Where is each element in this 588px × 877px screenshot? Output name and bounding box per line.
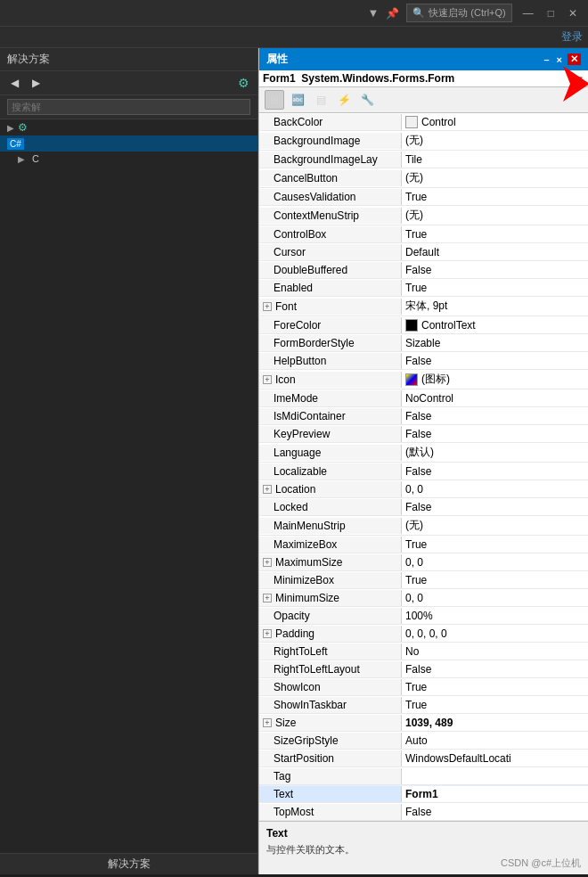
prop-row-helpbutton[interactable]: HelpButton False [259,352,588,370]
minimumsize-expand-icon[interactable]: + [263,594,272,602]
location-expand-icon[interactable]: + [263,485,272,494]
size-expand-icon[interactable]: + [263,718,272,727]
prop-row-controlbox[interactable]: ControlBox True [259,225,588,243]
minimize-icon[interactable]: — [519,7,537,20]
close-icon[interactable]: ✕ [565,7,581,20]
prop-row-backgroundimage[interactable]: BackgroundImage (无) [259,131,588,151]
prop-row-minimumsize[interactable]: + MinimumSize 0, 0 [259,589,588,607]
prop-row-tag[interactable]: Tag [259,767,588,785]
login-button[interactable]: 登录 [561,29,583,45]
icon-swatch [405,373,418,386]
prop-row-size[interactable]: + Size 1039, 489 [259,714,588,732]
prop-row-padding[interactable]: + Padding 0, 0, 0, 0 [259,625,588,643]
prop-row-startposition[interactable]: StartPosition WindowsDefaultLocati [259,750,588,767]
prop-value-size: 1039, 489 [402,715,588,731]
prop-row-icon[interactable]: + Icon (图标) [259,370,588,389]
prop-row-cancelbutton[interactable]: CancelButton (无) [259,168,588,188]
svg-marker-0 [563,66,588,102]
prop-row-localizable[interactable]: Localizable False [259,463,588,480]
prop-row-backcolor[interactable]: BackColor Control [259,113,588,131]
prop-row-showicon[interactable]: ShowIcon True [259,678,588,696]
prop-name-showicon: ShowIcon [259,679,402,695]
prop-row-righttoleft[interactable]: RightToLeft No [259,643,588,660]
prop-row-enabled[interactable]: Enabled True [259,279,588,297]
prop-row-contextmenustrip[interactable]: ContextMenuStrip (无) [259,206,588,225]
prop-name-formborderstyle: FormBorderStyle [259,335,402,351]
padding-expand-icon[interactable]: + [263,629,272,638]
tree-item-3[interactable]: ▶ C [0,152,257,166]
prop-name-righttoleft: RightToLeft [259,643,402,660]
forecolor-swatch [405,319,418,332]
prop-row-sizegripstyle[interactable]: SizeGripStyle Auto [259,732,588,750]
back-button[interactable]: ◀ [5,74,23,92]
prop-row-location[interactable]: + Location 0, 0 [259,480,588,498]
prop-row-minimizebox[interactable]: MinimizeBox True [259,571,588,589]
prop-row-imemode[interactable]: ImeMode NoControl [259,389,588,407]
prop-row-locked[interactable]: Locked False [259,498,588,516]
prop-value-righttoleftlayout: False [402,661,588,677]
prop-name-keypreview: KeyPreview [259,426,402,442]
prop-name-enabled: Enabled [259,280,402,296]
icon-expand-icon[interactable]: + [263,375,272,384]
prop-minimize-button[interactable]: × [555,54,564,65]
prop-row-topmost[interactable]: TopMost False [259,803,588,821]
prop-row-righttoleftlayout[interactable]: RightToLeftLayout False [259,660,588,678]
prop-row-cursor[interactable]: Cursor Default [259,243,588,261]
property-pages-button[interactable]: 🔧 [357,90,377,110]
prop-row-causesvalidation[interactable]: CausesValidation True [259,188,588,206]
prop-name-sizegripstyle: SizeGripStyle [259,733,402,749]
alphabetical-button[interactable]: 🔤 [288,90,307,110]
prop-name-ismdicontainer: IsMdiContainer [259,408,402,424]
filter-icon: ▼ [367,6,379,20]
prop-value-imemode: NoControl [402,390,588,406]
events-button[interactable]: ⚡ [334,90,354,110]
prop-name-cancelbutton: CancelButton [259,170,402,186]
prop-row-maximumsize[interactable]: + MaximumSize 0, 0 [259,553,588,571]
prop-name-controlbox: ControlBox [259,226,402,242]
prop-value-startposition: WindowsDefaultLocati [402,750,588,766]
prop-pin-button[interactable]: – [542,54,551,65]
prop-name-helpbutton: HelpButton [259,353,402,369]
prop-row-backgroundimagelayout[interactable]: BackgroundImageLay Tile [259,151,588,168]
prop-value-causesvalidation: True [402,189,588,205]
prop-row-keypreview[interactable]: KeyPreview False [259,425,588,443]
prop-row-mainmenustrip[interactable]: MainMenuStrip (无) [259,516,588,536]
prop-name-doublebuffered: DoubleBuffered [259,262,402,278]
font-expand-icon[interactable]: + [263,302,272,311]
prop-close-button[interactable]: ✕ [568,53,581,65]
search-icon: 🔍 [412,7,425,19]
categorized-button[interactable]: ⊞ [265,90,284,110]
properties-toolbar: ⊞ 🔤 ▤ ⚡ 🔧 [259,87,588,113]
maximumsize-expand-icon[interactable]: + [263,558,272,567]
restore-icon[interactable]: □ [544,7,558,20]
prop-value-topmost: False [402,804,588,820]
prop-row-ismdicontainer[interactable]: IsMdiContainer False [259,407,588,425]
prop-name-righttoleftlayout: RightToLeftLayout [259,661,402,677]
tree-item-1[interactable]: ▶ ⚙ [0,119,257,135]
quick-search[interactable]: 🔍 快速启动 (Ctrl+Q) [406,4,511,22]
solution-explorer-header: 解决方案 [0,48,257,71]
search-input[interactable] [7,99,250,115]
prop-row-language[interactable]: Language (默认) [259,443,588,463]
prop-name-locked: Locked [259,499,402,515]
watermark: CSDN @c#上位机 [501,857,581,870]
properties-title: 属性 [266,52,288,67]
prop-row-forecolor[interactable]: ForeColor ControlText [259,316,588,334]
search-area [0,95,257,119]
properties-button[interactable]: ▤ [311,90,331,110]
form-selector-row: Form1 System.Windows.Forms.Form ▼ [259,70,588,87]
prop-name-text: Text [259,786,402,802]
tree-item-2[interactable]: C# [0,135,257,152]
prop-row-text[interactable]: Text Form1 [259,785,588,803]
prop-row-formborderstyle[interactable]: FormBorderStyle Sizable [259,334,588,352]
prop-row-font[interactable]: + Font 宋体, 9pt [259,297,588,316]
form-selector-input[interactable]: Form1 System.Windows.Forms.Form [263,72,576,85]
forward-button[interactable]: ▶ [27,74,45,92]
prop-value-showicon: True [402,679,588,695]
tree-label-3: C [32,153,39,164]
prop-row-opacity[interactable]: Opacity 100% [259,607,588,625]
prop-value-keypreview: False [402,426,588,442]
prop-row-showintaskbar[interactable]: ShowInTaskbar True [259,696,588,714]
prop-row-maximizebox[interactable]: MaximizeBox True [259,536,588,553]
prop-row-doublebuffered[interactable]: DoubleBuffered False [259,261,588,279]
